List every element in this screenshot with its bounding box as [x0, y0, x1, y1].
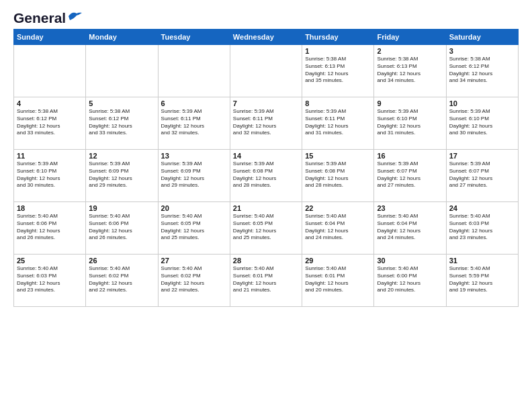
calendar-cell: 15Sunrise: 5:39 AM Sunset: 6:08 PM Dayli… [302, 150, 374, 202]
day-number: 5 [89, 99, 154, 107]
day-number: 19 [89, 204, 154, 212]
day-info: Sunrise: 5:38 AM Sunset: 6:13 PM Dayligh… [377, 56, 443, 85]
calendar-cell [230, 45, 302, 97]
calendar-cell: 8Sunrise: 5:39 AM Sunset: 6:11 PM Daylig… [302, 97, 374, 150]
calendar-cell: 6Sunrise: 5:39 AM Sunset: 6:11 PM Daylig… [158, 97, 230, 150]
calendar-cell: 5Sunrise: 5:38 AM Sunset: 6:12 PM Daylig… [86, 97, 158, 150]
day-number: 3 [449, 47, 515, 55]
calendar-cell: 2Sunrise: 5:38 AM Sunset: 6:13 PM Daylig… [374, 45, 446, 97]
day-number: 29 [305, 257, 371, 265]
calendar-cell: 17Sunrise: 5:39 AM Sunset: 6:07 PM Dayli… [446, 150, 518, 202]
calendar-cell [86, 45, 158, 97]
calendar-cell [14, 45, 86, 97]
week-row-4: 18Sunrise: 5:40 AM Sunset: 6:06 PM Dayli… [14, 202, 519, 255]
calendar-cell: 1Sunrise: 5:38 AM Sunset: 6:13 PM Daylig… [302, 45, 374, 97]
day-number: 31 [449, 257, 515, 265]
calendar-cell: 4Sunrise: 5:38 AM Sunset: 6:12 PM Daylig… [14, 97, 86, 150]
header-wednesday: Wednesday [230, 30, 302, 45]
logo: General [13, 11, 82, 24]
header-row: SundayMondayTuesdayWednesdayThursdayFrid… [14, 30, 519, 45]
calendar-cell: 27Sunrise: 5:40 AM Sunset: 6:02 PM Dayli… [158, 255, 230, 307]
day-number: 24 [449, 204, 515, 212]
day-info: Sunrise: 5:39 AM Sunset: 6:10 PM Dayligh… [17, 161, 83, 189]
day-info: Sunrise: 5:40 AM Sunset: 6:05 PM Dayligh… [161, 213, 227, 242]
week-row-2: 4Sunrise: 5:38 AM Sunset: 6:12 PM Daylig… [14, 97, 519, 150]
day-info: Sunrise: 5:40 AM Sunset: 6:03 PM Dayligh… [17, 265, 83, 294]
day-number: 17 [449, 152, 515, 160]
day-info: Sunrise: 5:39 AM Sunset: 6:09 PM Dayligh… [161, 161, 227, 189]
header-sunday: Sunday [14, 30, 86, 45]
day-info: Sunrise: 5:39 AM Sunset: 6:11 PM Dayligh… [305, 108, 371, 137]
header-tuesday: Tuesday [158, 30, 230, 45]
calendar-cell: 22Sunrise: 5:40 AM Sunset: 6:04 PM Dayli… [302, 202, 374, 255]
day-number: 12 [89, 152, 154, 160]
day-number: 11 [17, 152, 83, 160]
day-number: 8 [305, 99, 371, 107]
calendar-cell: 11Sunrise: 5:39 AM Sunset: 6:10 PM Dayli… [14, 150, 86, 202]
calendar-cell: 26Sunrise: 5:40 AM Sunset: 6:02 PM Dayli… [86, 255, 158, 307]
day-number: 13 [161, 152, 227, 160]
day-number: 16 [377, 152, 443, 160]
day-number: 6 [161, 99, 227, 107]
day-info: Sunrise: 5:39 AM Sunset: 6:08 PM Dayligh… [233, 161, 299, 189]
calendar-cell: 28Sunrise: 5:40 AM Sunset: 6:01 PM Dayli… [230, 255, 302, 307]
day-info: Sunrise: 5:40 AM Sunset: 6:02 PM Dayligh… [89, 265, 154, 294]
day-info: Sunrise: 5:38 AM Sunset: 6:12 PM Dayligh… [17, 108, 83, 137]
day-number: 15 [305, 152, 371, 160]
day-info: Sunrise: 5:39 AM Sunset: 6:09 PM Dayligh… [89, 161, 154, 189]
day-number: 2 [377, 47, 443, 55]
day-info: Sunrise: 5:40 AM Sunset: 6:01 PM Dayligh… [233, 265, 299, 294]
calendar-cell: 13Sunrise: 5:39 AM Sunset: 6:09 PM Dayli… [158, 150, 230, 202]
day-info: Sunrise: 5:39 AM Sunset: 6:07 PM Dayligh… [377, 161, 443, 189]
header-monday: Monday [86, 30, 158, 45]
day-info: Sunrise: 5:38 AM Sunset: 6:13 PM Dayligh… [305, 56, 371, 85]
day-number: 14 [233, 152, 299, 160]
day-info: Sunrise: 5:40 AM Sunset: 6:02 PM Dayligh… [161, 265, 227, 294]
day-info: Sunrise: 5:38 AM Sunset: 6:12 PM Dayligh… [89, 108, 154, 137]
day-info: Sunrise: 5:40 AM Sunset: 6:01 PM Dayligh… [305, 265, 371, 294]
calendar-cell: 24Sunrise: 5:40 AM Sunset: 6:03 PM Dayli… [446, 202, 518, 255]
calendar-table: SundayMondayTuesdayWednesdayThursdayFrid… [13, 29, 519, 307]
day-number: 18 [17, 204, 83, 212]
day-number: 27 [161, 257, 227, 265]
day-info: Sunrise: 5:39 AM Sunset: 6:08 PM Dayligh… [305, 161, 371, 189]
calendar-cell [158, 45, 230, 97]
day-number: 26 [89, 257, 154, 265]
header-friday: Friday [374, 30, 446, 45]
calendar-cell: 3Sunrise: 5:38 AM Sunset: 6:12 PM Daylig… [446, 45, 518, 97]
day-info: Sunrise: 5:40 AM Sunset: 6:05 PM Dayligh… [233, 213, 299, 242]
calendar-cell: 18Sunrise: 5:40 AM Sunset: 6:06 PM Dayli… [14, 202, 86, 255]
week-row-1: 1Sunrise: 5:38 AM Sunset: 6:13 PM Daylig… [14, 45, 519, 97]
day-info: Sunrise: 5:40 AM Sunset: 6:04 PM Dayligh… [377, 213, 443, 242]
calendar-cell: 31Sunrise: 5:40 AM Sunset: 5:59 PM Dayli… [446, 255, 518, 307]
day-info: Sunrise: 5:40 AM Sunset: 5:59 PM Dayligh… [449, 265, 515, 294]
day-info: Sunrise: 5:40 AM Sunset: 6:06 PM Dayligh… [89, 213, 154, 242]
calendar-cell: 23Sunrise: 5:40 AM Sunset: 6:04 PM Dayli… [374, 202, 446, 255]
day-info: Sunrise: 5:38 AM Sunset: 6:12 PM Dayligh… [449, 56, 515, 85]
header: General [13, 11, 519, 24]
calendar-cell: 21Sunrise: 5:40 AM Sunset: 6:05 PM Dayli… [230, 202, 302, 255]
calendar-cell: 20Sunrise: 5:40 AM Sunset: 6:05 PM Dayli… [158, 202, 230, 255]
day-number: 10 [449, 99, 515, 107]
day-number: 21 [233, 204, 299, 212]
day-info: Sunrise: 5:39 AM Sunset: 6:11 PM Dayligh… [233, 108, 299, 137]
logo-bird-icon [67, 11, 82, 21]
day-number: 30 [377, 257, 443, 265]
day-number: 25 [17, 257, 83, 265]
calendar-cell: 9Sunrise: 5:39 AM Sunset: 6:10 PM Daylig… [374, 97, 446, 150]
week-row-3: 11Sunrise: 5:39 AM Sunset: 6:10 PM Dayli… [14, 150, 519, 202]
calendar-page: General SundayMondayTuesdayWednesdayThur… [0, 0, 532, 314]
day-number: 20 [161, 204, 227, 212]
calendar-cell: 16Sunrise: 5:39 AM Sunset: 6:07 PM Dayli… [374, 150, 446, 202]
logo-general: General [13, 11, 66, 25]
day-info: Sunrise: 5:40 AM Sunset: 6:04 PM Dayligh… [305, 213, 371, 242]
calendar-cell: 12Sunrise: 5:39 AM Sunset: 6:09 PM Dayli… [86, 150, 158, 202]
day-number: 7 [233, 99, 299, 107]
calendar-cell: 19Sunrise: 5:40 AM Sunset: 6:06 PM Dayli… [86, 202, 158, 255]
week-row-5: 25Sunrise: 5:40 AM Sunset: 6:03 PM Dayli… [14, 255, 519, 307]
calendar-cell: 14Sunrise: 5:39 AM Sunset: 6:08 PM Dayli… [230, 150, 302, 202]
day-info: Sunrise: 5:39 AM Sunset: 6:10 PM Dayligh… [377, 108, 443, 137]
calendar-cell: 10Sunrise: 5:39 AM Sunset: 6:10 PM Dayli… [446, 97, 518, 150]
calendar-cell: 7Sunrise: 5:39 AM Sunset: 6:11 PM Daylig… [230, 97, 302, 150]
day-number: 4 [17, 99, 83, 107]
